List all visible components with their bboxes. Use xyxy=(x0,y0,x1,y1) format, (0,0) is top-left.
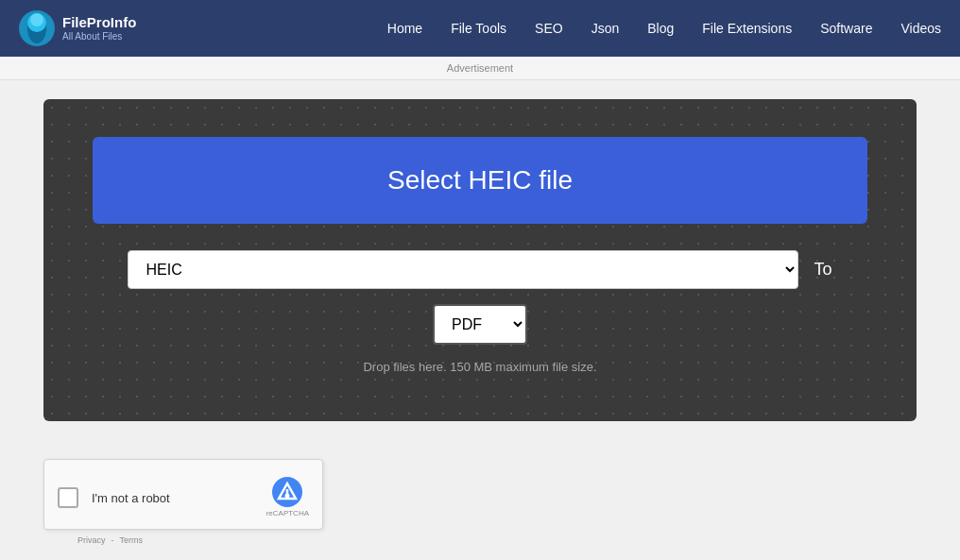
nav-item-file-extensions[interactable]: File Extensions xyxy=(702,21,792,36)
drop-hint: Drop files here. 150 MB maximum file siz… xyxy=(363,360,596,374)
captcha-area: I'm not a robot reCAPTCHA Privacy - Term… xyxy=(43,459,960,545)
logo-main-text: FileProInfo xyxy=(62,15,136,31)
format-row: HEIC To xyxy=(128,250,831,289)
main-nav: HomeFile ToolsSEOJsonBlogFile Extensions… xyxy=(387,21,941,36)
svg-point-3 xyxy=(30,13,43,26)
recaptcha-brand-text: reCAPTCHA xyxy=(266,509,309,518)
nav-item-home[interactable]: Home xyxy=(387,21,422,36)
nav-item-software[interactable]: Software xyxy=(820,21,872,36)
logo-icon xyxy=(19,10,55,46)
captcha-privacy-link[interactable]: Privacy xyxy=(77,535,106,545)
nav-item-json[interactable]: Json xyxy=(591,21,620,36)
captcha-separator: - xyxy=(111,535,114,545)
captcha-footer: Privacy - Terms xyxy=(43,535,960,545)
site-header: FileProInfo All About Files HomeFile Too… xyxy=(0,0,960,57)
logo-text: FileProInfo All About Files xyxy=(62,15,136,42)
advertisement-label: Advertisement xyxy=(447,62,513,74)
captcha-checkbox[interactable] xyxy=(58,487,78,508)
captcha-label-area: I'm not a robot xyxy=(92,489,253,506)
captcha-terms-link[interactable]: Terms xyxy=(120,535,144,545)
nav-item-file-tools[interactable]: File Tools xyxy=(451,21,506,36)
nav-item-seo[interactable]: SEO xyxy=(535,21,563,36)
source-format-select[interactable]: HEIC xyxy=(128,250,798,289)
svg-point-5 xyxy=(285,494,290,499)
nav-item-blog[interactable]: Blog xyxy=(647,21,674,36)
converter-card: Select HEIC file HEIC To PDFJPGPNGWEBP D… xyxy=(43,99,917,421)
select-file-button[interactable]: Select HEIC file xyxy=(93,137,867,224)
nav-item-videos[interactable]: Videos xyxy=(900,21,941,36)
recaptcha-logo-icon xyxy=(272,477,302,507)
target-format-select[interactable]: PDFJPGPNGWEBP xyxy=(433,304,527,345)
captcha-branding: reCAPTCHA xyxy=(266,477,309,518)
conversion-controls: HEIC To PDFJPGPNGWEBP Drop files here. 1… xyxy=(128,250,831,374)
captcha-label: I'm not a robot xyxy=(92,491,170,505)
logo-sub-text: All About Files xyxy=(62,31,136,42)
captcha-box: I'm not a robot reCAPTCHA xyxy=(43,459,323,530)
to-label: To xyxy=(814,260,831,280)
main-content: Select HEIC file HEIC To PDFJPGPNGWEBP D… xyxy=(0,80,960,440)
advertisement-bar: Advertisement xyxy=(0,57,960,80)
logo[interactable]: FileProInfo All About Files xyxy=(19,10,136,46)
